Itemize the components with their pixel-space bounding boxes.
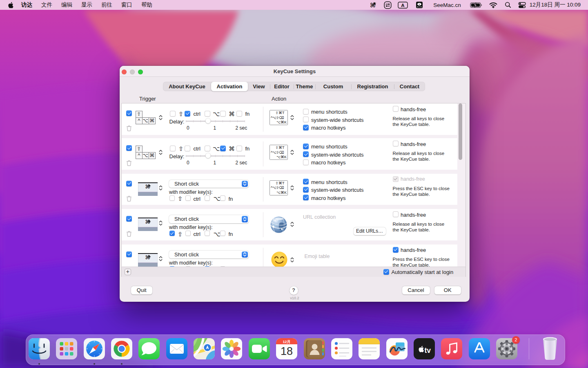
ctrl-checkbox[interactable]: [185, 231, 191, 236]
menu-view[interactable]: 显示: [77, 1, 97, 9]
control-center-menu[interactable]: [515, 2, 530, 8]
slider-thumb[interactable]: [205, 153, 211, 158]
tab-theme[interactable]: Theme: [294, 82, 315, 91]
cancel-button[interactable]: Cancel: [402, 286, 430, 294]
shift-checkbox[interactable]: [170, 111, 176, 117]
slider-thumb[interactable]: [205, 118, 211, 123]
dock-chrome[interactable]: [111, 338, 132, 359]
ok-button[interactable]: OK: [434, 286, 461, 294]
input-source-menu[interactable]: A: [395, 2, 411, 9]
click-type-popup[interactable]: Short click: [169, 215, 249, 223]
delay-slider[interactable]: [186, 153, 245, 159]
server-status-text[interactable]: SeeMac.cn: [428, 2, 467, 8]
keycue-menu-icon[interactable]: ⌘: [366, 1, 380, 9]
dock-mail[interactable]: [166, 338, 187, 359]
hands-free-checkbox[interactable]: [393, 247, 399, 253]
row-enabled-checkbox[interactable]: [126, 145, 132, 151]
menu-window[interactable]: 窗口: [117, 1, 137, 9]
shift-checkbox[interactable]: [169, 195, 175, 201]
dock-calendar[interactable]: 12月 18: [276, 338, 297, 359]
system-wide-checkbox[interactable]: [303, 117, 309, 122]
dock-settings[interactable]: 2: [496, 338, 517, 359]
shift-checkbox[interactable]: [169, 231, 175, 236]
menu-finder[interactable]: 访达: [17, 1, 37, 9]
action-stepper[interactable]: [290, 185, 294, 191]
dock-launchpad[interactable]: [56, 338, 77, 359]
command-checkbox[interactable]: [220, 146, 226, 151]
edit-urls-button[interactable]: Edit URLs…: [354, 227, 386, 235]
tab-registration[interactable]: Registration: [351, 82, 394, 91]
macro-hotkeys-checkbox[interactable]: [303, 125, 309, 130]
action-stepper[interactable]: [290, 257, 294, 263]
hands-free-checkbox[interactable]: [393, 176, 399, 182]
switch-menu-icon[interactable]: [380, 1, 395, 9]
tab-editor[interactable]: Editor: [270, 82, 294, 91]
dock-messages[interactable]: [138, 338, 160, 359]
autostart-checkbox[interactable]: [383, 269, 389, 275]
battery-menu[interactable]: [467, 2, 486, 8]
row-enabled-checkbox[interactable]: [126, 216, 132, 222]
ctrl-checkbox[interactable]: [185, 195, 191, 201]
tab-view[interactable]: View: [248, 82, 270, 91]
macro-hotkeys-checkbox[interactable]: [303, 195, 309, 200]
dock-maps[interactable]: [194, 338, 215, 359]
disk-menu-icon[interactable]: [411, 1, 428, 9]
menu-file[interactable]: 文件: [37, 1, 57, 9]
hands-free-checkbox[interactable]: [393, 141, 399, 146]
row-enabled-checkbox[interactable]: [126, 181, 132, 186]
dock-freeform[interactable]: [386, 338, 408, 359]
action-stepper[interactable]: [290, 149, 294, 155]
click-type-popup[interactable]: Short click: [169, 251, 249, 259]
dock-notes[interactable]: [359, 338, 380, 359]
click-type-popup[interactable]: Short click: [169, 180, 249, 188]
shift-checkbox[interactable]: [170, 146, 176, 151]
dock-trash[interactable]: [539, 338, 562, 359]
system-wide-checkbox[interactable]: [303, 187, 309, 193]
system-wide-checkbox[interactable]: [303, 151, 309, 157]
dock-finder[interactable]: [29, 338, 50, 359]
menu-shortcuts-checkbox[interactable]: [303, 179, 309, 184]
spotlight-menu[interactable]: [501, 2, 515, 8]
delete-row-icon[interactable]: [126, 231, 132, 237]
help-button[interactable]: ?: [290, 286, 298, 295]
menu-shortcuts-checkbox[interactable]: [303, 144, 309, 149]
fn-checkbox[interactable]: [220, 195, 225, 201]
window-titlebar[interactable]: KeyCue Settings: [120, 66, 470, 77]
action-stepper[interactable]: [290, 221, 294, 227]
quit-button[interactable]: Quit: [131, 286, 153, 294]
delete-row-icon[interactable]: [126, 195, 132, 202]
delete-row-icon[interactable]: [126, 125, 132, 131]
tab-custom[interactable]: Custom: [315, 82, 351, 91]
option-checkbox[interactable]: [205, 231, 210, 236]
add-trigger-button[interactable]: +: [125, 269, 131, 276]
ctrl-checkbox[interactable]: [185, 146, 190, 151]
action-stepper[interactable]: [290, 114, 294, 121]
dock-reminders[interactable]: [331, 338, 352, 359]
tab-about-keycue[interactable]: About KeyCue: [163, 82, 211, 91]
trigger-stepper[interactable]: [159, 220, 163, 226]
trigger-stepper[interactable]: [159, 114, 163, 121]
hands-free-checkbox[interactable]: [393, 106, 399, 112]
fn-checkbox[interactable]: [236, 111, 242, 117]
wifi-menu[interactable]: [486, 2, 501, 8]
option-checkbox[interactable]: [205, 195, 210, 201]
delay-slider[interactable]: [186, 118, 245, 124]
menu-help[interactable]: 帮助: [137, 1, 157, 9]
menu-clock[interactable]: 12月18日 周一 10:09: [530, 1, 588, 9]
option-checkbox[interactable]: [205, 111, 210, 117]
menu-shortcuts-checkbox[interactable]: [303, 109, 309, 114]
command-checkbox[interactable]: [220, 111, 226, 117]
row-enabled-checkbox[interactable]: [126, 251, 132, 257]
trigger-stepper[interactable]: [159, 185, 163, 191]
dock-contacts[interactable]: [304, 338, 325, 359]
dock-appstore[interactable]: [469, 338, 490, 359]
tab-activation[interactable]: Activation: [211, 82, 248, 91]
fn-checkbox[interactable]: [220, 231, 225, 236]
dock-photos[interactable]: [221, 338, 242, 359]
delete-row-icon[interactable]: [126, 160, 132, 166]
option-checkbox[interactable]: [205, 146, 210, 151]
row-enabled-checkbox[interactable]: [126, 110, 132, 116]
macro-hotkeys-checkbox[interactable]: [303, 159, 309, 165]
trigger-stepper[interactable]: [159, 256, 163, 262]
dock-facetime[interactable]: [249, 338, 270, 359]
